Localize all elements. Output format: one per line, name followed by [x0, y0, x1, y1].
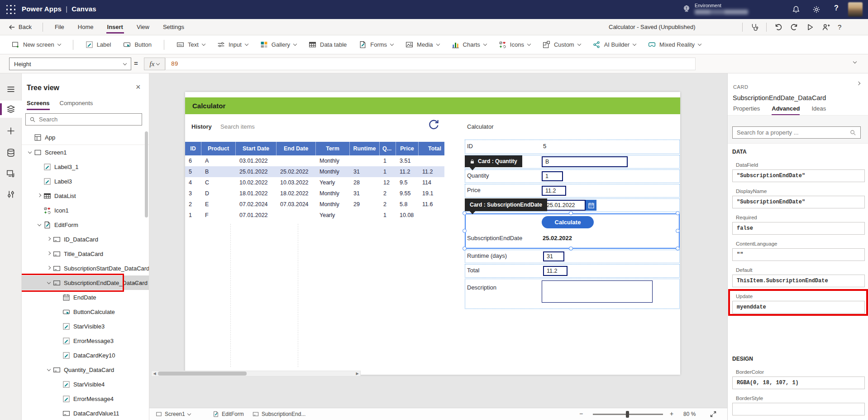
tree-item-enddate[interactable]: EndDate	[22, 290, 149, 304]
chevron-right-icon[interactable]	[44, 268, 53, 269]
property-value-input[interactable]: "SubscriptionEndDate"	[732, 169, 865, 182]
scroll-left-arrow-icon[interactable]: ◀	[152, 371, 157, 376]
help-icon[interactable]: ?	[834, 4, 839, 12]
property-value-input[interactable]: ThisItem.SubscriptionEndDate	[732, 275, 865, 287]
canvas-horizontal-scrollbar[interactable]: ◀ ▶	[151, 371, 361, 377]
table-header-product[interactable]: Product	[201, 142, 236, 155]
price-input[interactable]: 11.2	[542, 186, 566, 196]
property-value-input[interactable]: "SubscriptionEndDate"	[732, 196, 865, 208]
menu-item-settings[interactable]: Settings	[162, 19, 185, 35]
resize-handle[interactable]	[463, 211, 467, 215]
quantity-data-card[interactable]	[465, 169, 680, 183]
resize-handle[interactable]	[463, 229, 467, 233]
total-data-card[interactable]	[465, 264, 680, 278]
subscriptionenddate-label[interactable]: SubscriptionEndDate	[467, 235, 522, 241]
tree-item-datalist[interactable]: DataList	[22, 188, 149, 203]
formula-bar-expand-chevron[interactable]	[853, 60, 857, 63]
tree-item-subscriptionstartdate-datacard2[interactable]: SubscriptionStartDate_DataCard2	[22, 261, 149, 275]
tree-item-datacardkey10[interactable]: DataCardKey10	[22, 348, 149, 362]
chevron-down-icon[interactable]	[44, 369, 53, 371]
status-breadcrumb-editform[interactable]: EditForm	[213, 408, 244, 420]
chevron-down-icon[interactable]	[44, 282, 53, 284]
toolbar-item-charts[interactable]: Charts	[452, 41, 486, 48]
help-menu-icon[interactable]: ?	[838, 23, 841, 31]
toolbar-item-gallery[interactable]: Gallery	[260, 41, 296, 48]
close-icon[interactable]: ×	[136, 82, 141, 92]
scrollbar-thumb[interactable]	[158, 372, 247, 376]
toolbar-item-media[interactable]: Media	[405, 41, 439, 48]
price-label[interactable]: Price	[467, 187, 481, 193]
id-value[interactable]: 5	[543, 143, 546, 150]
menu-item-file[interactable]: File	[54, 19, 65, 35]
panel-tab-properties[interactable]: Properties	[733, 105, 760, 116]
tree-tab-components[interactable]: Components	[60, 100, 93, 110]
rail-insert-plus-icon[interactable]	[0, 122, 22, 140]
redo-icon[interactable]	[790, 23, 798, 31]
table-row-5[interactable]: 5B25.01.202225.02.2022Monthly31111.211.2	[185, 166, 444, 177]
zoom-slider-thumb[interactable]	[626, 411, 629, 418]
waffle-menu-icon[interactable]	[6, 5, 16, 14]
table-header-start-date[interactable]: Start Date	[236, 142, 277, 155]
toolbar-item-label[interactable]: Label	[86, 41, 111, 48]
tree-item-datacardvalue11[interactable]: DataCardValue11	[22, 406, 149, 420]
chevron-down-icon[interactable]	[35, 224, 43, 226]
form-title[interactable]: Calculator	[467, 123, 494, 130]
total-label[interactable]: Total	[467, 267, 479, 274]
runtime-input[interactable]: 31	[543, 251, 564, 261]
status-screen-selector[interactable]: Screen1	[156, 408, 191, 420]
table-header-q[interactable]: Q...	[380, 142, 396, 155]
tree-item-icon1[interactable]: Icon1	[22, 203, 149, 217]
tree-item-label3[interactable]: Label3	[22, 174, 149, 188]
id-data-card[interactable]	[465, 140, 680, 154]
table-header-term[interactable]: Term	[316, 142, 350, 155]
description-label[interactable]: Description	[467, 284, 496, 291]
toolbar-item-input[interactable]: Input	[217, 41, 248, 48]
tree-item-errormessage3[interactable]: ErrorMessage3	[22, 333, 149, 348]
property-value-input[interactable]	[732, 403, 865, 415]
zoom-slider[interactable]	[593, 414, 663, 415]
fx-selector[interactable]: fx	[144, 58, 165, 70]
formula-input[interactable]: 89	[165, 58, 696, 70]
tree-item-subscriptionenddate-datacard[interactable]: SubscriptionEndDate_DataCard···	[22, 275, 149, 290]
title-input[interactable]: B	[542, 156, 628, 167]
rail-tree-view-icon[interactable]	[0, 101, 22, 118]
table-header-runtime[interactable]: Runtime	[350, 142, 380, 155]
property-value-input[interactable]: RGBA(0, 18, 107, 1)	[732, 377, 865, 389]
zoom-percent[interactable]: 80 %	[683, 411, 696, 417]
avatar[interactable]	[848, 2, 863, 17]
tree-item-buttoncalculate[interactable]: ButtonCalculate	[22, 304, 149, 319]
enddate-date-input[interactable]: 25.01.2022	[543, 200, 586, 211]
rail-variables-icon[interactable]	[0, 186, 22, 203]
chevron-right-icon[interactable]	[44, 253, 53, 255]
table-header-total[interactable]: Total	[419, 142, 444, 155]
calendar-icon[interactable]	[586, 200, 596, 211]
tree-item-label3-1[interactable]: Label3_1	[22, 159, 149, 174]
panel-expand-chevron-icon[interactable]	[857, 82, 860, 85]
rail-media-icon[interactable]	[0, 165, 22, 182]
property-value-input[interactable]: ""	[732, 248, 865, 261]
menu-item-home[interactable]: Home	[77, 19, 95, 35]
tree-item-id-datacard[interactable]: ID_DataCard	[22, 232, 149, 246]
subscriptionenddate-value[interactable]: 25.02.2022	[543, 235, 572, 241]
scroll-right-arrow-icon[interactable]: ▶	[354, 371, 360, 376]
toolbar-item-icons[interactable]: Icons	[499, 41, 530, 48]
history-search-placeholder[interactable]: Search items	[220, 123, 255, 130]
runtime-label[interactable]: Runtime (days)	[467, 252, 507, 259]
resize-handle[interactable]	[676, 229, 680, 233]
history-label[interactable]: History	[191, 123, 212, 130]
chevron-right-icon[interactable]	[44, 239, 53, 240]
rail-hamburger-icon[interactable]	[0, 81, 22, 98]
preview-play-icon[interactable]	[806, 23, 814, 31]
toolbar-item-button[interactable]: Button	[123, 41, 152, 48]
table-row-6[interactable]: 6A03.01.2022Monthly13.51	[185, 155, 444, 166]
status-breadcrumb-card[interactable]: SubscriptionEnd...	[253, 408, 305, 420]
share-icon[interactable]	[822, 23, 830, 31]
price-data-card[interactable]	[465, 184, 680, 198]
table-row-2[interactable]: 2E07.02.202407.03.2024Monthly2925.811.6	[185, 199, 444, 210]
property-selector[interactable]: Height	[9, 58, 131, 70]
id-label[interactable]: ID	[467, 143, 473, 150]
toolbar-item-ai-builder[interactable]: AI Builder	[593, 41, 636, 48]
tree-item-screen1[interactable]: Screen1	[22, 145, 149, 159]
property-search-input[interactable]	[737, 129, 849, 136]
total-input[interactable]: 11.2	[543, 266, 568, 276]
